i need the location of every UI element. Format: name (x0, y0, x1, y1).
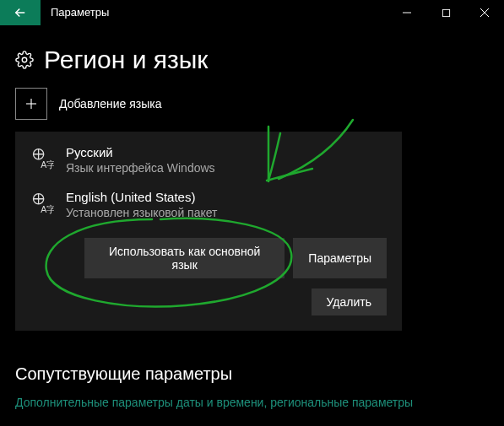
content: Регион и язык Добавление языка A字 Русски… (0, 25, 504, 418)
add-language-button[interactable]: Добавление языка (15, 88, 489, 120)
window-title: Параметры (41, 0, 119, 25)
language-name: English (United States) (66, 190, 218, 204)
related-link[interactable]: Дополнительные параметры даты и времени,… (15, 396, 489, 409)
titlebar: Параметры (0, 0, 504, 25)
page-title: Регион и язык (44, 46, 208, 74)
svg-rect-1 (442, 9, 449, 16)
options-button[interactable]: Параметры (293, 238, 387, 278)
language-list: A字 Русский Язык интерфейса Windows A字 En… (15, 132, 402, 331)
arrow-left-icon (13, 5, 28, 20)
minimize-icon (402, 8, 412, 18)
maximize-button[interactable] (426, 0, 465, 25)
language-icon: A字 (30, 191, 54, 218)
plus-icon (24, 96, 39, 111)
back-button[interactable] (0, 0, 41, 25)
language-text: English (United States) Установлен языко… (66, 190, 218, 219)
close-icon (480, 8, 490, 18)
language-icon: A字 (30, 147, 54, 173)
language-action-row: Использовать как основной язык Параметры (15, 226, 402, 278)
set-default-button[interactable]: Использовать как основной язык (84, 238, 285, 278)
language-item-russian[interactable]: A字 Русский Язык интерфейса Windows (15, 137, 402, 181)
maximize-icon (442, 8, 451, 18)
language-text: Русский Язык интерфейса Windows (66, 145, 215, 175)
close-button[interactable] (465, 0, 504, 25)
language-subtitle: Установлен языковой пакет (66, 206, 218, 219)
add-box (15, 88, 47, 120)
svg-point-4 (22, 57, 27, 62)
remove-button[interactable]: Удалить (312, 288, 387, 315)
language-action-row-2: Удалить (15, 278, 402, 315)
gear-icon (15, 51, 34, 69)
minimize-button[interactable] (387, 0, 426, 25)
language-item-english[interactable]: A字 English (United States) Установлен яз… (15, 181, 402, 226)
page-header: Регион и язык (15, 46, 489, 74)
svg-text:A字: A字 (41, 204, 54, 214)
titlebar-spacer (119, 0, 387, 25)
language-subtitle: Язык интерфейса Windows (66, 161, 215, 175)
add-language-label: Добавление языка (59, 97, 162, 111)
language-name: Русский (66, 145, 215, 159)
svg-text:A字: A字 (41, 159, 54, 170)
related-heading: Сопутствующие параметры (15, 364, 489, 384)
